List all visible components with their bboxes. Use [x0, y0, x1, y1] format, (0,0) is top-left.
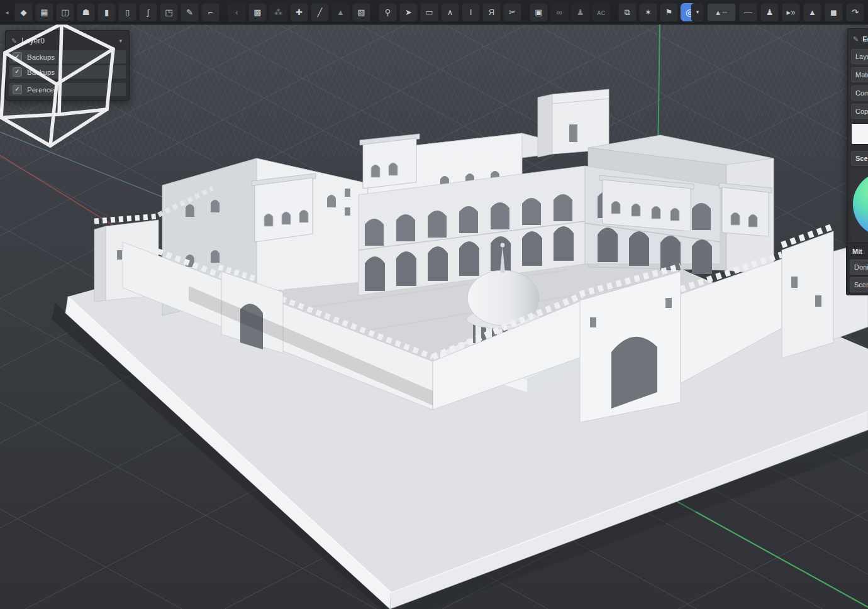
tool-grid-table[interactable]: ▦	[35, 3, 53, 21]
tool-icon: ▲	[337, 4, 345, 20]
tool-orbit-redo[interactable]: ↷	[846, 3, 864, 21]
mini-panel-buttons: Donie Scene	[850, 260, 868, 292]
layer-row-Backups[interactable]: ✓ Backups	[9, 50, 126, 63]
tool-icon: ↷	[852, 4, 859, 20]
tool-sparkle[interactable]: ✶	[639, 3, 657, 21]
tool-icon: ⁂	[274, 4, 282, 20]
tool-icon: ⌐	[208, 4, 213, 20]
tool-minus-collapse[interactable]: —	[739, 3, 757, 21]
tool-card-slot[interactable]: ▭	[420, 3, 438, 21]
tool-pencil-line[interactable]: ╱	[311, 3, 329, 21]
tool-plane-marker[interactable]: ➤	[399, 3, 418, 21]
tool-icon: ▧	[357, 4, 365, 20]
tool-split-pages[interactable]: ◫	[56, 3, 74, 21]
tool-icon: ◳	[165, 4, 172, 20]
layer-select-header[interactable]: ✎ Layer0 ▾	[9, 33, 126, 48]
tool-lasso[interactable]: ʃ	[139, 3, 157, 21]
tool-reversed-r[interactable]: Я	[482, 3, 501, 21]
pencil-icon: ✎	[853, 35, 859, 43]
viewport-3d[interactable]	[0, 24, 868, 609]
brush-icon: ✎	[11, 37, 17, 45]
layer-row-Backups[interactable]: ✓ Backups	[9, 65, 126, 79]
properties-panel: ✎ En Layer Mater Comp Coppe Scen	[847, 28, 868, 246]
layer-row-label: Perence	[27, 86, 54, 94]
scene-mini-panel: Mit Donie Scene	[846, 243, 868, 295]
tool-crop-rotate[interactable]: ◳	[160, 3, 178, 21]
tool-icon: ◫	[61, 4, 69, 20]
checkbox-checked-icon[interactable]: ✓	[13, 67, 22, 77]
tool-image-adjust[interactable]: ▧	[352, 3, 370, 21]
tool-icon: ⚲	[385, 4, 391, 20]
tool-column-pillar[interactable]: I	[462, 3, 480, 21]
tool-framed-dot[interactable]: ▣	[530, 3, 548, 21]
panel-button-label: Coppe	[855, 107, 868, 115]
scene-header-label: Scen	[855, 155, 868, 162]
tool-terrain-hill[interactable]: ▲	[331, 3, 350, 21]
panel-button-layer[interactable]: Layer	[851, 49, 868, 64]
mini-panel-header-label: Mit	[852, 248, 862, 255]
tool-figure-pawn[interactable]: ♟	[571, 3, 589, 21]
panel-button-label: Mater	[855, 71, 868, 79]
tool-icon: ‹	[235, 4, 238, 20]
tool-halftone-grid[interactable]: ▩	[248, 3, 267, 21]
tool-icon: ∞	[557, 4, 562, 20]
panel-button-component[interactable]: Coppe	[851, 104, 868, 119]
tool-tripod-stand[interactable]: ∧	[441, 3, 459, 21]
tool-sculpt-blob[interactable]: ☗	[77, 3, 95, 21]
tool-magnifier[interactable]: ⚲	[379, 3, 397, 21]
tool-icon: ▭	[425, 4, 433, 20]
layer-row-Perence[interactable]: ✓ Perence	[9, 83, 126, 96]
tool-diamond-select[interactable]: ◆	[14, 3, 33, 21]
tool-nav-back[interactable]: ‹	[228, 3, 246, 21]
edit-section-header: ✎ En	[851, 32, 868, 46]
tool-spectacles[interactable]: ∞	[550, 3, 569, 21]
chevron-down-icon[interactable]: ▾	[119, 38, 123, 44]
tool-icon: ▩	[253, 4, 261, 20]
palace-model-render[interactable]	[52, 89, 868, 609]
toolbar-left-group: ◂ ◆ ▦ ◫ ☗ ▮ ▯ ʃ ◳ ✎ ⌐ ‹	[0, 3, 699, 21]
tool-icon: ∧	[447, 4, 453, 20]
tool-icon: ▸»	[787, 4, 796, 20]
tool-pointer-up[interactable]: ▲	[803, 3, 821, 21]
tool-icon: ☗	[82, 4, 90, 20]
color-sphere-picker[interactable]	[853, 172, 868, 237]
panel-button-label: Layer	[855, 53, 868, 60]
tool-play-skip[interactable]: ▸»	[782, 3, 800, 21]
layer-select-label: Layer0	[21, 36, 114, 45]
tool-icon: ⚑	[665, 4, 673, 20]
tool-corner-flag[interactable]: ⚑	[660, 3, 678, 21]
tool-spray-dots[interactable]: ⁂	[269, 3, 287, 21]
scene-section-header[interactable]: Scen	[851, 151, 868, 166]
tool-icon: ✶	[645, 4, 652, 20]
checkbox-checked-icon[interactable]: ✓	[13, 85, 22, 94]
tool-scissors[interactable]: ✂	[503, 3, 521, 21]
tool-dropdown-chevron[interactable]: ▾	[691, 3, 704, 21]
toolbar-right-group: ▾ ▴ ‒ — ♟ ▸» ▲ ◼ ↷	[691, 0, 864, 24]
tool-icon: ▲	[808, 4, 816, 20]
tool-icon: ▴ ‒	[716, 4, 726, 20]
tool-icon: ✂	[509, 4, 516, 20]
tool-camera[interactable]: ◼	[825, 3, 843, 21]
tool-ink-bottle[interactable]: ♟	[760, 3, 779, 21]
checkbox-checked-icon[interactable]: ✓	[13, 52, 22, 62]
panel-button-material[interactable]: Mater	[851, 67, 868, 82]
tool-panel-filled[interactable]: ▮	[97, 3, 116, 21]
tool-panel-outline[interactable]: ▯	[118, 3, 136, 21]
tool-nav-step[interactable]: ▴ ‒	[707, 3, 736, 21]
tool-pen-nib[interactable]: ✎	[181, 3, 199, 21]
panel-button-scene[interactable]: Scene	[850, 277, 868, 292]
layer-row-label: Backups	[27, 69, 55, 76]
tool-icon: ʃ	[147, 4, 149, 20]
edit-buttons: Layer Mater Comp Coppe	[851, 49, 868, 119]
tool-dock-collapse[interactable]: ◂	[2, 3, 12, 21]
color-swatch[interactable]	[851, 123, 868, 145]
panel-button-comp[interactable]: Comp	[851, 85, 868, 101]
tool-text-case[interactable]: ᴀᴄ	[592, 3, 610, 21]
panel-button-done[interactable]: Donie	[850, 260, 868, 275]
tool-copy-pages[interactable]: ⧉	[618, 3, 637, 21]
tool-floorplan[interactable]: ⌐	[201, 3, 220, 21]
tool-icon: I	[470, 4, 472, 20]
tool-icon: ╱	[318, 4, 323, 20]
tool-move-cross[interactable]: ✚	[290, 3, 308, 21]
layer-rows: ✓ Backups ✓ Backups ✓ Perence	[9, 50, 126, 96]
